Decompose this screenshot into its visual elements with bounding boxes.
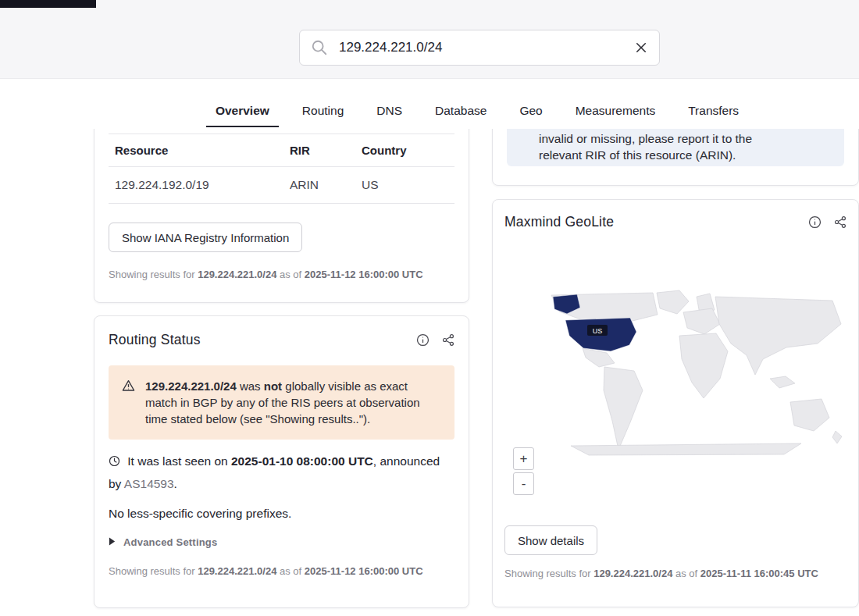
tab-transfers[interactable]: Transfers — [686, 96, 740, 129]
footer-timestamp: 2025-11-11 16:00:45 UTC — [700, 568, 818, 579]
cell-country: US — [355, 167, 454, 204]
footer-timestamp: 2025-11-12 16:00:00 UTC — [305, 269, 423, 280]
table-row: 129.224.192.0/19 ARIN US — [109, 167, 454, 204]
no-covering-prefixes-text: No less-specific covering prefixes. — [109, 507, 454, 521]
svg-text:US: US — [593, 327, 603, 335]
cell-rir: ARIN — [283, 167, 355, 204]
geolite-card-footer: Showing results for 129.224.221.0/24 as … — [504, 567, 818, 580]
rir-notice-text: invalid or missing, please report it to … — [539, 130, 798, 163]
warning-not: not — [264, 379, 282, 393]
registry-card-footer: Showing results for 129.224.221.0/24 as … — [109, 268, 437, 281]
warning-text: 129.224.221.0/24 was not globally visibl… — [145, 378, 440, 427]
clear-search-icon[interactable] — [634, 41, 648, 55]
geolite-card: Maxmind GeoLite — [492, 199, 859, 607]
main-content: Resource RIR Country 129.224.192.0/19 AR… — [0, 129, 859, 616]
map-africa — [679, 333, 728, 398]
geolite-title: Maxmind GeoLite — [504, 214, 614, 230]
column-header-rir: RIR — [283, 134, 355, 167]
footer-prefix: Showing results for — [109, 565, 198, 577]
world-map[interactable]: US — [504, 288, 852, 458]
map-south-america — [604, 367, 643, 450]
info-icon[interactable] — [808, 215, 822, 229]
last-seen-timestamp: 2025-01-10 08:00:00 UTC — [231, 454, 373, 468]
footer-asof: as of — [276, 565, 304, 577]
tab-geo[interactable]: Geo — [518, 96, 544, 129]
tab-database[interactable]: Database — [433, 96, 488, 129]
search-input[interactable] — [337, 39, 634, 56]
routing-status-card: Routing Status — [94, 315, 469, 608]
top-banner-fragment — [0, 0, 96, 8]
last-seen-seg3: . — [174, 477, 177, 490]
us-map-label: US — [587, 325, 608, 336]
map-australia — [790, 399, 829, 431]
last-seen-seg1: It was last seen on — [127, 454, 231, 468]
warning-seg: was — [237, 379, 264, 393]
zoom-out-button[interactable]: - — [513, 472, 534, 495]
tab-bar: Overview Routing DNS Database Geo Measur… — [0, 79, 859, 129]
map-greenland — [657, 290, 689, 314]
map-antarctica — [571, 443, 801, 455]
tab-overview[interactable]: Overview — [214, 96, 271, 129]
show-details-button[interactable]: Show details — [504, 525, 597, 555]
tab-routing[interactable]: Routing — [301, 96, 345, 129]
tab-measurements[interactable]: Measurements — [574, 96, 658, 129]
routing-card-footer: Showing results for 129.224.221.0/24 as … — [109, 564, 437, 578]
not-visible-warning: 129.224.221.0/24 was not globally visibl… — [109, 365, 454, 440]
footer-resource: 129.224.221.0/24 — [198, 269, 276, 280]
map-indonesia — [770, 376, 795, 388]
caret-right-icon — [109, 535, 116, 549]
footer-resource: 129.224.221.0/24 — [593, 568, 672, 579]
map-asia — [715, 297, 841, 375]
footer-asof: as of — [672, 568, 700, 579]
table-header-row: Resource RIR Country — [109, 134, 454, 167]
show-iana-registry-button[interactable]: Show IANA Registry Information — [109, 223, 302, 252]
search-icon — [311, 39, 328, 56]
asn-link[interactable]: AS14593 — [124, 477, 174, 490]
info-icon[interactable] — [416, 333, 430, 347]
map-zoom-controls: + - — [513, 447, 534, 495]
share-icon[interactable] — [834, 215, 847, 229]
map-new-zealand — [832, 431, 842, 443]
resource-search-box[interactable] — [299, 30, 660, 66]
advanced-settings-toggle[interactable]: Advanced Settings — [109, 535, 217, 549]
footer-asof: as of — [276, 269, 304, 280]
warning-triangle-icon — [121, 379, 136, 427]
clock-icon — [109, 456, 123, 469]
footer-prefix: Showing results for — [504, 568, 593, 579]
zoom-in-button[interactable]: + — [513, 447, 534, 470]
share-icon[interactable] — [442, 333, 454, 347]
last-seen-line: It was last seen on 2025-01-10 08:00:00 … — [109, 450, 454, 494]
tab-dns[interactable]: DNS — [375, 96, 404, 129]
footer-timestamp: 2025-11-12 16:00:00 UTC — [305, 565, 423, 577]
footer-resource: 129.224.221.0/24 — [198, 565, 276, 577]
column-header-resource: Resource — [109, 134, 283, 167]
routing-status-title: Routing Status — [109, 332, 201, 348]
map-europe — [683, 308, 720, 334]
warning-resource: 129.224.221.0/24 — [145, 379, 237, 393]
footer-prefix: Showing results for — [109, 269, 198, 280]
column-header-country: Country — [355, 134, 454, 167]
advanced-settings-label: Advanced Settings — [123, 536, 217, 548]
page-header — [0, 0, 859, 79]
registry-table: Resource RIR Country 129.224.192.0/19 AR… — [109, 134, 454, 204]
cell-resource-link[interactable]: 129.224.192.0/19 — [109, 167, 283, 204]
